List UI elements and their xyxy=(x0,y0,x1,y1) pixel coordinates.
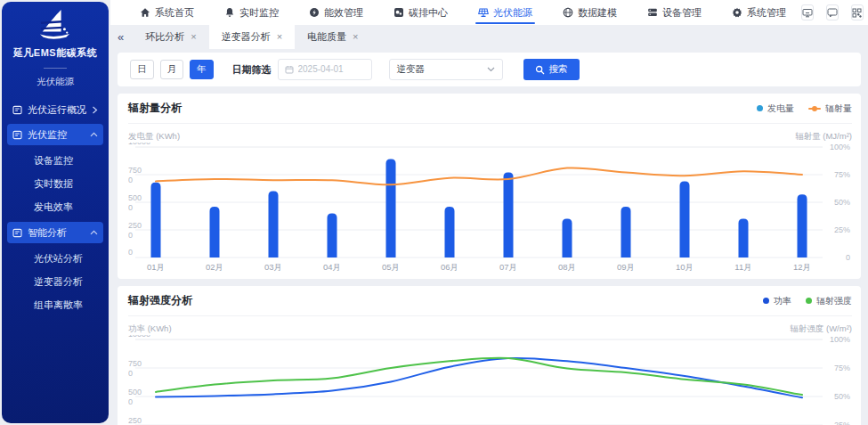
close-icon[interactable]: × xyxy=(353,32,358,42)
energy-bolt-icon xyxy=(309,7,320,18)
legend-发电量[interactable]: 发电量 xyxy=(757,102,794,115)
search-button[interactable]: 搜索 xyxy=(523,59,580,80)
nav-item-数据建模[interactable]: 数据建模 xyxy=(548,0,632,25)
chart2-right-axis-title: 辐射强度 (W/m²) xyxy=(790,323,852,335)
nav-item-系统管理[interactable]: 系统管理 xyxy=(717,0,801,25)
chart2-legend: 功率辐射强度 xyxy=(763,295,852,307)
svg-text:10000: 10000 xyxy=(128,143,150,146)
date-input[interactable]: 2025-04-01 xyxy=(278,59,372,80)
sidebar-item-设备监控[interactable]: 设备监控 xyxy=(2,149,109,172)
nav-item-设备管理[interactable]: 设备管理 xyxy=(632,0,717,25)
chart1-legend: 发电量辐射量 xyxy=(757,102,852,115)
sidebar-group-智能分析[interactable]: 智能分析 xyxy=(7,222,103,243)
close-icon[interactable]: × xyxy=(277,32,282,42)
svg-text:0: 0 xyxy=(128,248,133,257)
app-subtitle: 光伏能源 xyxy=(2,76,109,88)
svg-text:50%: 50% xyxy=(834,392,850,401)
sidebar-group-光伏运行概况[interactable]: 光伏运行概况 xyxy=(7,99,103,120)
nav-item-碳排中心[interactable]: 碳排中心 xyxy=(378,0,463,25)
chart1-left-axis-title: 发电量 (KWh) xyxy=(128,131,180,143)
nav-item-光伏能源[interactable]: 光伏能源 xyxy=(463,0,548,25)
radiation-amount-chart: 10000100%750075%500050%250025%0001月02月03… xyxy=(128,143,852,279)
qrcode-icon[interactable] xyxy=(851,4,864,20)
sidebar-group-label: 光伏运行概况 xyxy=(28,103,86,117)
tabs-container: 环比分析×逆变器分析×电能质量× xyxy=(133,25,370,49)
collapse-tabs-icon[interactable]: « xyxy=(110,25,133,49)
svg-text:12月: 12月 xyxy=(793,262,811,272)
legend-label: 发电量 xyxy=(767,102,794,115)
svg-text:05月: 05月 xyxy=(382,262,400,272)
range-button-日[interactable]: 日 xyxy=(130,60,154,79)
chart1-axis-titles: 发电量 (KWh) 辐射量 (MJ/m²) xyxy=(128,124,852,143)
date-filter-label: 日期筛选 xyxy=(232,63,272,77)
svg-text:0: 0 xyxy=(128,369,133,378)
device-server-icon xyxy=(647,7,658,18)
legend-功率[interactable]: 功率 xyxy=(763,295,791,307)
legend-label: 功率 xyxy=(774,295,791,307)
svg-text:500: 500 xyxy=(128,388,142,396)
menu-doc-icon xyxy=(12,130,22,140)
svg-text:100%: 100% xyxy=(830,335,850,344)
svg-text:50%: 50% xyxy=(834,198,850,207)
svg-text:0: 0 xyxy=(128,203,133,212)
search-button-label: 搜索 xyxy=(549,63,568,76)
tab-label: 环比分析 xyxy=(145,30,184,44)
app-root: 延凡EMS能碳系统 光伏能源 光伏运行概况光伏监控设备监控实时数据发电效率智能分… xyxy=(0,0,868,425)
legend-辐射强度[interactable]: 辐射强度 xyxy=(806,295,852,307)
chevron-up-icon xyxy=(90,230,98,235)
data-globe-icon xyxy=(563,7,573,18)
sidebar-menu: 光伏运行概况光伏监控设备监控实时数据发电效率智能分析光伏站分析逆变器分析组串离散… xyxy=(2,99,109,316)
logo xyxy=(2,2,109,41)
sidebar-item-组串离散率[interactable]: 组串离散率 xyxy=(2,293,109,316)
sidebar-item-逆变器分析[interactable]: 逆变器分析 xyxy=(2,270,109,293)
range-button-年[interactable]: 年 xyxy=(190,60,214,79)
range-button-月[interactable]: 月 xyxy=(160,60,184,79)
topnav-items: 系统首页实时监控能效管理碳排中心光伏能源数据建模设备管理系统管理 xyxy=(125,0,801,25)
app-title: 延凡EMS能碳系统 xyxy=(2,46,109,60)
nav-item-label: 光伏能源 xyxy=(493,6,532,20)
svg-text:75%: 75% xyxy=(834,364,850,372)
calendar-icon xyxy=(285,65,294,74)
close-icon[interactable]: × xyxy=(191,32,196,42)
tab-环比分析[interactable]: 环比分析× xyxy=(133,25,208,49)
range-buttons: 日月年 xyxy=(130,60,214,79)
svg-text:750: 750 xyxy=(128,359,142,368)
menu-doc-icon xyxy=(12,105,22,115)
legend-dot-marker xyxy=(763,298,769,304)
svg-text:750: 750 xyxy=(128,166,142,175)
nav-item-系统首页[interactable]: 系统首页 xyxy=(125,0,209,25)
screen-icon[interactable] xyxy=(801,4,814,20)
sidebar-item-发电效率[interactable]: 发电效率 xyxy=(2,195,109,218)
top-nav: 系统首页实时监控能效管理碳排中心光伏能源数据建模设备管理系统管理 xyxy=(110,0,868,25)
legend-辐射量[interactable]: 辐射量 xyxy=(808,102,852,115)
svg-text:75%: 75% xyxy=(834,170,850,179)
nav-item-label: 设备管理 xyxy=(662,6,702,20)
sidebar-divider xyxy=(44,68,67,69)
svg-text:0: 0 xyxy=(846,253,850,262)
tab-电能质量[interactable]: 电能质量× xyxy=(295,25,370,49)
chevron-up-icon xyxy=(90,230,98,235)
nav-item-label: 实时监控 xyxy=(239,6,279,20)
svg-text:10000: 10000 xyxy=(128,335,150,339)
date-value: 2025-04-01 xyxy=(298,65,346,74)
inverter-select[interactable]: 逆变器 xyxy=(389,59,503,80)
menu-doc-icon xyxy=(12,228,22,238)
svg-text:250: 250 xyxy=(128,221,142,230)
nav-item-实时监控[interactable]: 实时监控 xyxy=(209,0,294,25)
carbon-icon xyxy=(393,7,404,18)
svg-text:500: 500 xyxy=(128,193,142,202)
sidebar-group-光伏监控[interactable]: 光伏监控 xyxy=(7,124,103,145)
svg-text:11月: 11月 xyxy=(734,262,751,272)
svg-text:09月: 09月 xyxy=(617,262,635,272)
svg-text:0: 0 xyxy=(128,176,133,184)
sidebar-group-label: 光伏监控 xyxy=(28,128,85,142)
svg-text:25%: 25% xyxy=(834,225,850,234)
nav-item-能效管理[interactable]: 能效管理 xyxy=(294,0,378,25)
home-icon xyxy=(140,7,150,18)
nav-item-label: 碳排中心 xyxy=(409,6,448,20)
message-icon[interactable] xyxy=(826,4,839,20)
sidebar-item-光伏站分析[interactable]: 光伏站分析 xyxy=(2,247,109,270)
sidebar-item-实时数据[interactable]: 实时数据 xyxy=(2,172,109,195)
tab-逆变器分析[interactable]: 逆变器分析× xyxy=(209,25,295,49)
main-area: 系统首页实时监控能效管理碳排中心光伏能源数据建模设备管理系统管理 xyxy=(110,0,868,425)
